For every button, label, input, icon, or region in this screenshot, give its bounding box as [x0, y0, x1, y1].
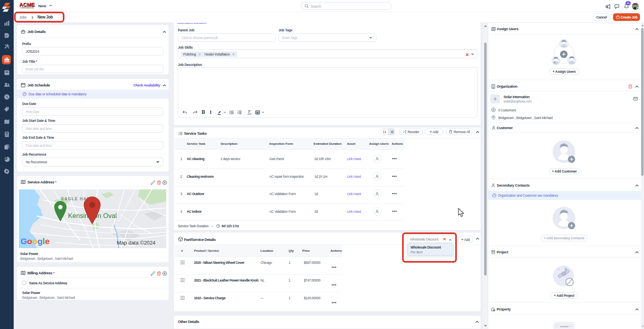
svg-text:2: 2: [237, 112, 239, 114]
svg-text:Map data ©2024: Map data ©2024: [117, 240, 155, 246]
svg-text:Google: Google: [21, 236, 50, 246]
